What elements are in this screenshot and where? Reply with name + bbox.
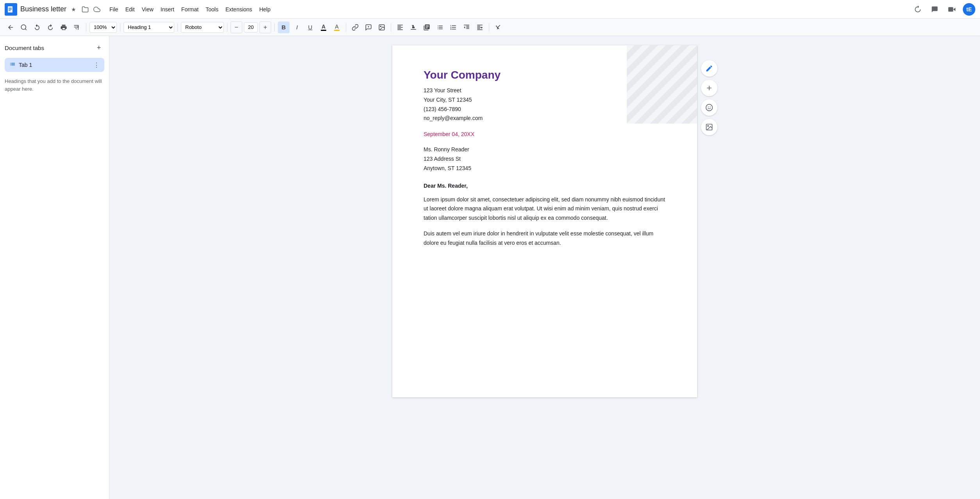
align-button[interactable] <box>394 22 406 33</box>
sidebar: Document tabs + Tab 1 ⋮ Headings that yo… <box>0 36 109 499</box>
bold-button[interactable]: B <box>278 22 290 33</box>
main-layout: Document tabs + Tab 1 ⋮ Headings that yo… <box>0 36 980 499</box>
menu-bar: File Edit View Insert Format Tools Exten… <box>106 5 274 14</box>
doc-title[interactable]: Business letter <box>20 5 66 13</box>
svg-point-12 <box>708 106 709 107</box>
paint-format-button[interactable] <box>71 22 83 33</box>
bullet-list-button[interactable] <box>434 22 446 33</box>
svg-rect-1 <box>9 8 12 9</box>
print-button[interactable] <box>58 22 70 33</box>
tab1-label: Tab 1 <box>19 62 90 68</box>
insert-image-button[interactable] <box>376 22 388 33</box>
top-right-icons: tE <box>911 3 975 16</box>
history-icon[interactable] <box>911 3 924 16</box>
checklist-button[interactable] <box>421 22 433 33</box>
menu-tools[interactable]: Tools <box>202 5 222 14</box>
redo-button[interactable] <box>45 22 56 33</box>
doc-area: Your Company 123 Your Street Your City, … <box>109 36 980 499</box>
page-container: Your Company 123 Your Street Your City, … <box>392 45 697 490</box>
svg-point-13 <box>710 106 711 107</box>
image-action-button[interactable] <box>701 119 717 135</box>
clear-format-button[interactable] <box>492 22 504 33</box>
back-button[interactable] <box>5 22 16 33</box>
search-icon[interactable] <box>18 22 30 33</box>
doc-icons: ★ <box>69 5 102 14</box>
indent-more-button[interactable] <box>474 22 486 33</box>
user-avatar[interactable]: tE <box>963 3 975 16</box>
menu-format[interactable]: Format <box>178 5 202 14</box>
divider7 <box>391 23 391 32</box>
sidebar-header: Document tabs + <box>5 42 104 53</box>
star-icon[interactable]: ★ <box>69 5 78 14</box>
svg-rect-5 <box>948 7 953 12</box>
style-select[interactable]: Heading 1 Normal text Heading 2 Heading … <box>123 22 174 33</box>
svg-point-10 <box>380 26 381 27</box>
right-panel <box>698 57 721 138</box>
cloud-icon[interactable] <box>92 5 102 14</box>
comment-icon[interactable] <box>928 3 941 16</box>
svg-point-11 <box>706 104 713 111</box>
divider6 <box>346 23 346 32</box>
menu-edit[interactable]: Edit <box>122 5 138 14</box>
font-size-input[interactable] <box>244 22 258 32</box>
toolbar: 100% 75% 150% Heading 1 Normal text Head… <box>0 19 980 36</box>
svg-point-15 <box>708 126 709 127</box>
recipient-line3: Anytown, ST 12345 <box>424 164 666 173</box>
menu-file[interactable]: File <box>106 5 122 14</box>
italic-button[interactable]: I <box>291 22 303 33</box>
zoom-select[interactable]: 100% 75% 150% <box>89 22 117 33</box>
body-paragraph2[interactable]: Duis autem vel eum iriure dolor in hendr… <box>424 229 666 248</box>
indent-less-button[interactable] <box>461 22 472 33</box>
sidebar-hint: Headings that you add to the document wi… <box>5 77 104 93</box>
page-corner-decoration <box>627 45 697 124</box>
add-action-button[interactable] <box>701 80 717 96</box>
divider4 <box>227 23 227 32</box>
tab-icon <box>9 61 16 69</box>
link-button[interactable] <box>349 22 361 33</box>
divider3 <box>177 23 178 32</box>
app-logo <box>5 3 17 16</box>
menu-help[interactable]: Help <box>256 5 274 14</box>
divider8 <box>489 23 489 32</box>
svg-rect-2 <box>9 9 12 10</box>
font-size-decrease[interactable]: − <box>231 22 242 33</box>
emoji-action-button[interactable] <box>701 99 717 116</box>
sidebar-add-button[interactable]: + <box>93 42 104 53</box>
doc-title-area: Business letter ★ <box>20 5 102 14</box>
tab1-item[interactable]: Tab 1 ⋮ <box>5 58 104 72</box>
numbered-list-button[interactable] <box>447 22 459 33</box>
svg-point-6 <box>21 25 26 29</box>
video-icon[interactable] <box>946 3 958 16</box>
highlight-button[interactable]: A <box>331 22 343 33</box>
folder-icon[interactable] <box>80 5 90 14</box>
svg-marker-4 <box>953 7 955 11</box>
font-select[interactable]: Roboto Arial Georgia <box>181 22 224 33</box>
pencil-action-button[interactable] <box>701 60 717 77</box>
date-line[interactable]: September 04, 20XX <box>424 131 666 137</box>
recipient-line1: Ms. Ronny Reader <box>424 145 666 154</box>
title-bar: Business letter ★ File Edit View Insert … <box>0 0 980 19</box>
recipient-block: Ms. Ronny Reader 123 Address St Anytown,… <box>424 145 666 173</box>
salutation: Dear Ms. Reader, <box>424 183 666 189</box>
menu-extensions[interactable]: Extensions <box>222 5 255 14</box>
svg-rect-3 <box>9 10 11 11</box>
line-spacing-button[interactable] <box>408 22 419 33</box>
tab-more-button[interactable]: ⋮ <box>93 61 100 69</box>
add-comment-button[interactable] <box>363 22 374 33</box>
recipient-line2: 123 Address St <box>424 154 666 164</box>
document-page[interactable]: Your Company 123 Your Street Your City, … <box>392 45 697 397</box>
menu-view[interactable]: View <box>139 5 157 14</box>
sidebar-title: Document tabs <box>5 45 44 51</box>
body-paragraph1[interactable]: Lorem ipsum dolor sit amet, consectetuer… <box>424 195 666 223</box>
font-size-increase[interactable]: + <box>259 22 271 33</box>
menu-insert[interactable]: Insert <box>157 5 177 14</box>
divider2 <box>120 23 120 32</box>
divider1 <box>86 23 86 32</box>
font-color-button[interactable]: A <box>318 22 329 33</box>
underline-button[interactable]: U <box>304 22 316 33</box>
divider5 <box>274 23 275 32</box>
undo-button[interactable] <box>31 22 43 33</box>
